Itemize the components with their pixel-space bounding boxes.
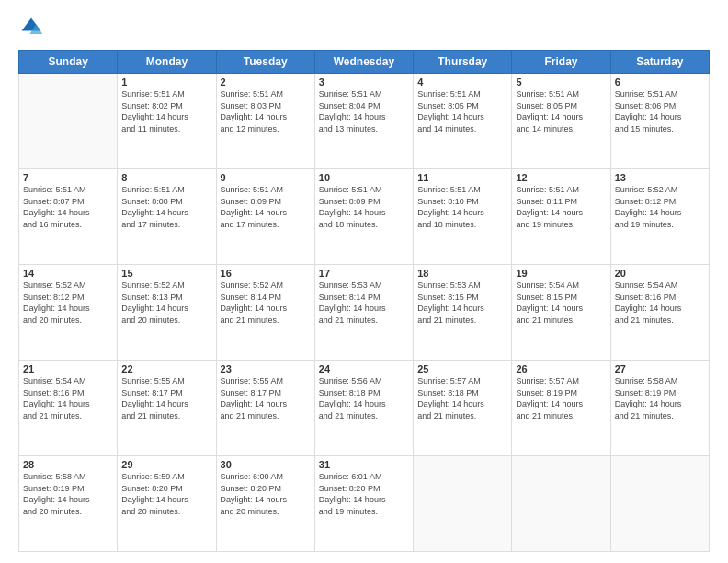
day-info-4: Sunrise: 5:51 AMSunset: 8:05 PMDaylight:… <box>417 88 507 134</box>
cell-w1-d5: 5Sunrise: 5:51 AMSunset: 8:05 PMDaylight… <box>512 74 610 169</box>
cell-w4-d3: 24Sunrise: 5:56 AMSunset: 8:18 PMDayligh… <box>314 361 413 456</box>
day-info-12: Sunrise: 5:51 AMSunset: 8:11 PMDaylight:… <box>516 184 606 230</box>
day-info-1: Sunrise: 5:51 AMSunset: 8:02 PMDaylight:… <box>121 88 211 134</box>
week-row-5: 28Sunrise: 5:58 AMSunset: 8:19 PMDayligh… <box>19 456 710 552</box>
day-number-26: 26 <box>516 363 606 374</box>
cell-w2-d6: 13Sunrise: 5:52 AMSunset: 8:12 PMDayligh… <box>610 169 709 265</box>
col-wednesday: Wednesday <box>314 51 413 74</box>
day-number-1: 1 <box>121 76 211 87</box>
day-number-10: 10 <box>319 172 409 183</box>
day-number-4: 4 <box>417 76 507 87</box>
day-number-28: 28 <box>23 459 113 470</box>
day-info-17: Sunrise: 5:53 AMSunset: 8:14 PMDaylight:… <box>319 280 409 326</box>
day-info-13: Sunrise: 5:52 AMSunset: 8:12 PMDaylight:… <box>615 184 705 230</box>
day-number-8: 8 <box>121 172 211 183</box>
cell-w4-d2: 23Sunrise: 5:55 AMSunset: 8:17 PMDayligh… <box>216 361 314 456</box>
cell-w5-d0: 28Sunrise: 5:58 AMSunset: 8:19 PMDayligh… <box>19 456 118 552</box>
logo <box>18 15 48 40</box>
cell-w4-d4: 25Sunrise: 5:57 AMSunset: 8:18 PMDayligh… <box>414 361 512 456</box>
day-info-3: Sunrise: 5:51 AMSunset: 8:04 PMDaylight:… <box>319 88 409 134</box>
cell-w1-d1: 1Sunrise: 5:51 AMSunset: 8:02 PMDaylight… <box>118 74 216 169</box>
day-info-5: Sunrise: 5:51 AMSunset: 8:05 PMDaylight:… <box>516 88 606 134</box>
day-info-24: Sunrise: 5:56 AMSunset: 8:18 PMDaylight:… <box>319 375 409 421</box>
day-info-22: Sunrise: 5:55 AMSunset: 8:17 PMDaylight:… <box>121 375 211 421</box>
day-info-29: Sunrise: 5:59 AMSunset: 8:20 PMDaylight:… <box>121 471 211 517</box>
day-info-19: Sunrise: 5:54 AMSunset: 8:15 PMDaylight:… <box>516 280 606 326</box>
week-row-3: 14Sunrise: 5:52 AMSunset: 8:12 PMDayligh… <box>19 265 710 361</box>
day-number-19: 19 <box>516 268 606 279</box>
cell-w5-d5 <box>512 456 610 552</box>
day-number-9: 9 <box>221 172 311 183</box>
cell-w3-d6: 20Sunrise: 5:54 AMSunset: 8:16 PMDayligh… <box>610 265 709 361</box>
week-row-2: 7Sunrise: 5:51 AMSunset: 8:07 PMDaylight… <box>19 169 710 265</box>
day-info-2: Sunrise: 5:51 AMSunset: 8:03 PMDaylight:… <box>221 88 311 134</box>
cell-w3-d5: 19Sunrise: 5:54 AMSunset: 8:15 PMDayligh… <box>512 265 610 361</box>
day-info-26: Sunrise: 5:57 AMSunset: 8:19 PMDaylight:… <box>516 375 606 421</box>
day-info-30: Sunrise: 6:00 AMSunset: 8:20 PMDaylight:… <box>221 471 311 517</box>
cell-w2-d0: 7Sunrise: 5:51 AMSunset: 8:07 PMDaylight… <box>19 169 118 265</box>
day-number-22: 22 <box>121 363 211 374</box>
col-tuesday: Tuesday <box>216 51 314 74</box>
week-row-1: 1Sunrise: 5:51 AMSunset: 8:02 PMDaylight… <box>19 74 710 169</box>
col-thursday: Thursday <box>414 51 512 74</box>
cell-w3-d1: 15Sunrise: 5:52 AMSunset: 8:13 PMDayligh… <box>118 265 216 361</box>
cell-w5-d4 <box>414 456 512 552</box>
day-info-9: Sunrise: 5:51 AMSunset: 8:09 PMDaylight:… <box>221 184 311 230</box>
cell-w1-d2: 2Sunrise: 5:51 AMSunset: 8:03 PMDaylight… <box>216 74 314 169</box>
page: Sunday Monday Tuesday Wednesday Thursday… <box>0 0 728 563</box>
cell-w3-d2: 16Sunrise: 5:52 AMSunset: 8:14 PMDayligh… <box>216 265 314 361</box>
day-number-11: 11 <box>417 172 507 183</box>
cell-w3-d4: 18Sunrise: 5:53 AMSunset: 8:15 PMDayligh… <box>414 265 512 361</box>
day-info-10: Sunrise: 5:51 AMSunset: 8:09 PMDaylight:… <box>319 184 409 230</box>
day-number-21: 21 <box>23 363 113 374</box>
calendar-table: Sunday Monday Tuesday Wednesday Thursday… <box>18 50 710 552</box>
day-number-29: 29 <box>121 459 211 470</box>
day-info-8: Sunrise: 5:51 AMSunset: 8:08 PMDaylight:… <box>121 184 211 230</box>
day-info-16: Sunrise: 5:52 AMSunset: 8:14 PMDaylight:… <box>221 280 311 326</box>
cell-w2-d4: 11Sunrise: 5:51 AMSunset: 8:10 PMDayligh… <box>414 169 512 265</box>
day-info-7: Sunrise: 5:51 AMSunset: 8:07 PMDaylight:… <box>23 184 113 230</box>
cell-w5-d3: 31Sunrise: 6:01 AMSunset: 8:20 PMDayligh… <box>314 456 413 552</box>
day-number-5: 5 <box>516 76 606 87</box>
day-info-20: Sunrise: 5:54 AMSunset: 8:16 PMDaylight:… <box>615 280 705 326</box>
day-number-17: 17 <box>319 268 409 279</box>
day-info-21: Sunrise: 5:54 AMSunset: 8:16 PMDaylight:… <box>23 375 113 421</box>
logo-icon <box>18 15 44 40</box>
col-sunday: Sunday <box>19 51 118 74</box>
day-info-31: Sunrise: 6:01 AMSunset: 8:20 PMDaylight:… <box>319 471 409 517</box>
day-number-20: 20 <box>615 268 705 279</box>
day-number-3: 3 <box>319 76 409 87</box>
cell-w1-d4: 4Sunrise: 5:51 AMSunset: 8:05 PMDaylight… <box>414 74 512 169</box>
col-friday: Friday <box>512 51 610 74</box>
cell-w5-d6 <box>610 456 709 552</box>
week-row-4: 21Sunrise: 5:54 AMSunset: 8:16 PMDayligh… <box>19 361 710 456</box>
day-number-12: 12 <box>516 172 606 183</box>
day-info-25: Sunrise: 5:57 AMSunset: 8:18 PMDaylight:… <box>417 375 507 421</box>
header <box>18 15 710 40</box>
col-monday: Monday <box>118 51 216 74</box>
day-number-15: 15 <box>121 268 211 279</box>
cell-w5-d1: 29Sunrise: 5:59 AMSunset: 8:20 PMDayligh… <box>118 456 216 552</box>
day-info-18: Sunrise: 5:53 AMSunset: 8:15 PMDaylight:… <box>417 280 507 326</box>
cell-w3-d3: 17Sunrise: 5:53 AMSunset: 8:14 PMDayligh… <box>314 265 413 361</box>
day-info-27: Sunrise: 5:58 AMSunset: 8:19 PMDaylight:… <box>615 375 705 421</box>
day-info-28: Sunrise: 5:58 AMSunset: 8:19 PMDaylight:… <box>23 471 113 517</box>
day-number-25: 25 <box>417 363 507 374</box>
day-number-23: 23 <box>221 363 311 374</box>
day-info-14: Sunrise: 5:52 AMSunset: 8:12 PMDaylight:… <box>23 280 113 326</box>
day-number-24: 24 <box>319 363 409 374</box>
col-saturday: Saturday <box>610 51 709 74</box>
day-number-14: 14 <box>23 268 113 279</box>
day-number-31: 31 <box>319 459 409 470</box>
day-number-7: 7 <box>23 172 113 183</box>
cell-w4-d6: 27Sunrise: 5:58 AMSunset: 8:19 PMDayligh… <box>610 361 709 456</box>
day-info-11: Sunrise: 5:51 AMSunset: 8:10 PMDaylight:… <box>417 184 507 230</box>
day-number-18: 18 <box>417 268 507 279</box>
cell-w1-d0 <box>19 74 118 169</box>
day-info-6: Sunrise: 5:51 AMSunset: 8:06 PMDaylight:… <box>615 88 705 134</box>
calendar-header-row: Sunday Monday Tuesday Wednesday Thursday… <box>19 51 710 74</box>
cell-w3-d0: 14Sunrise: 5:52 AMSunset: 8:12 PMDayligh… <box>19 265 118 361</box>
cell-w1-d3: 3Sunrise: 5:51 AMSunset: 8:04 PMDaylight… <box>314 74 413 169</box>
cell-w1-d6: 6Sunrise: 5:51 AMSunset: 8:06 PMDaylight… <box>610 74 709 169</box>
day-info-23: Sunrise: 5:55 AMSunset: 8:17 PMDaylight:… <box>221 375 311 421</box>
